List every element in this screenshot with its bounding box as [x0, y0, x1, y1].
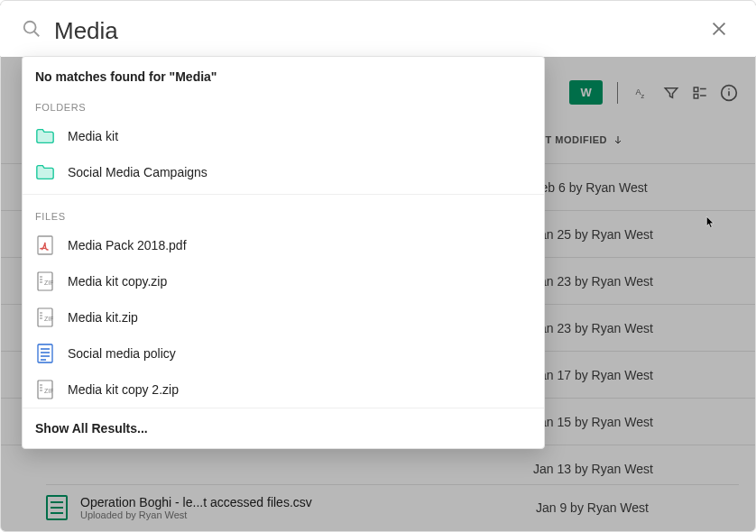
- result-name: Media kit copy 2.zip: [68, 382, 179, 397]
- result-name: Media kit.zip: [68, 310, 138, 325]
- svg-rect-2: [694, 87, 698, 92]
- row-modified: Jan 13 by Ryan West: [533, 462, 653, 476]
- row-modified: Jan 15 by Ryan West: [533, 415, 653, 429]
- result-name: Social media policy: [68, 346, 176, 361]
- search-result-file[interactable]: ZIP Media kit copy 2.zip: [23, 371, 544, 408]
- row-modified: Jan 9 by Ryan West: [536, 500, 649, 515]
- no-matches-message: No matches found for "Media": [23, 57, 544, 89]
- search-results-dropdown: No matches found for "Media" FOLDERS Med…: [22, 56, 545, 449]
- close-icon[interactable]: [704, 14, 734, 48]
- row-modified: Feb 6 by Ryan West: [533, 180, 648, 195]
- result-name: Media Pack 2018.pdf: [68, 238, 187, 252]
- section-header-folders: FOLDERS: [23, 89, 544, 118]
- svg-text:ZIP: ZIP: [44, 280, 53, 286]
- spreadsheet-icon: [46, 495, 68, 520]
- toolbar-divider: [617, 82, 618, 104]
- info-icon[interactable]: [719, 83, 739, 103]
- new-button-label: W: [580, 86, 592, 99]
- svg-text:z: z: [641, 92, 645, 100]
- folder-icon: [35, 163, 55, 181]
- new-button[interactable]: W: [569, 80, 603, 105]
- arrow-down-icon: [613, 134, 623, 145]
- zip-icon: ZIP: [35, 308, 55, 326]
- search-result-folder[interactable]: Social Media Campaigns: [23, 154, 544, 190]
- document-icon: [35, 344, 55, 362]
- search-result-file[interactable]: Social media policy: [23, 335, 544, 371]
- filter-icon[interactable]: [661, 83, 681, 103]
- toolbar: W Az: [569, 80, 739, 105]
- search-result-file[interactable]: Media Pack 2018.pdf: [23, 227, 544, 263]
- zip-icon: ZIP: [35, 272, 55, 290]
- search-result-folder[interactable]: Media kit: [23, 118, 544, 154]
- svg-text:ZIP: ZIP: [44, 388, 53, 394]
- row-modified: Jan 23 by Ryan West: [533, 274, 653, 289]
- search-input[interactable]: [54, 17, 704, 45]
- search-result-file[interactable]: ZIP Media kit.zip: [23, 299, 544, 335]
- divider: [23, 194, 544, 195]
- table-row[interactable]: Operation Boghi - le...t accessed files.…: [46, 484, 739, 529]
- zip-icon: ZIP: [35, 381, 55, 399]
- search-bar: [0, 5, 756, 56]
- svg-point-10: [24, 22, 36, 33]
- svg-text:A: A: [636, 87, 641, 96]
- search-result-file[interactable]: ZIP Media kit copy.zip: [23, 263, 544, 299]
- section-header-files: FILES: [23, 198, 544, 227]
- view-options-icon[interactable]: [690, 83, 710, 103]
- result-name: Media kit: [68, 129, 118, 143]
- pdf-icon: [35, 236, 55, 254]
- row-modified: Jan 17 by Ryan West: [533, 368, 653, 382]
- svg-point-8: [728, 88, 730, 90]
- row-modified: Jan 25 by Ryan West: [533, 227, 653, 242]
- svg-rect-4: [694, 94, 698, 98]
- folder-icon: [35, 127, 55, 145]
- svg-line-11: [34, 32, 40, 37]
- result-name: Social Media Campaigns: [68, 165, 207, 179]
- file-subtitle: Uploaded by Ryan West: [80, 509, 312, 520]
- show-all-results[interactable]: Show All Results...: [23, 408, 544, 448]
- svg-text:ZIP: ZIP: [44, 316, 53, 322]
- row-modified: Jan 23 by Ryan West: [533, 321, 653, 335]
- file-name: Operation Boghi - le...t accessed files.…: [80, 495, 312, 509]
- result-name: Media kit copy.zip: [68, 274, 167, 289]
- search-icon: [22, 19, 41, 42]
- sort-az-icon[interactable]: Az: [632, 83, 652, 103]
